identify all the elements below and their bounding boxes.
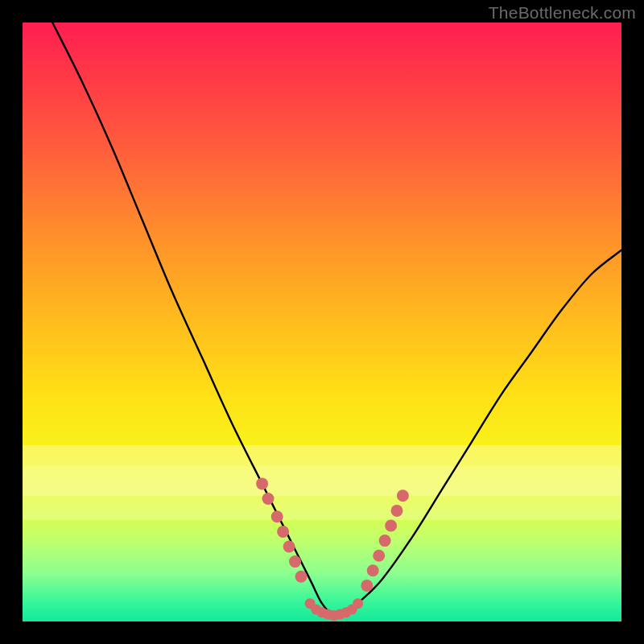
marker-dot xyxy=(289,555,301,568)
marker-dot xyxy=(397,489,409,502)
marker-dot xyxy=(262,493,275,505)
chart-svg xyxy=(23,23,621,621)
plot-area xyxy=(23,23,621,621)
marker-dot xyxy=(295,571,308,583)
marker-dot xyxy=(361,580,373,592)
marker-dot xyxy=(379,535,391,547)
marker-dot xyxy=(283,541,295,553)
marker-dot xyxy=(256,477,268,489)
marker-dot xyxy=(385,520,397,532)
marker-group xyxy=(256,477,409,621)
marker-dot xyxy=(367,564,379,576)
marker-dot xyxy=(373,550,385,562)
marker-dot xyxy=(353,598,363,609)
chart-frame: TheBottleneck.com xyxy=(0,0,644,644)
marker-dot xyxy=(271,510,283,522)
marker-dot xyxy=(277,526,289,538)
watermark-text: TheBottleneck.com xyxy=(489,3,636,23)
marker-dot xyxy=(391,505,403,517)
bottleneck-curve-path xyxy=(52,23,621,617)
